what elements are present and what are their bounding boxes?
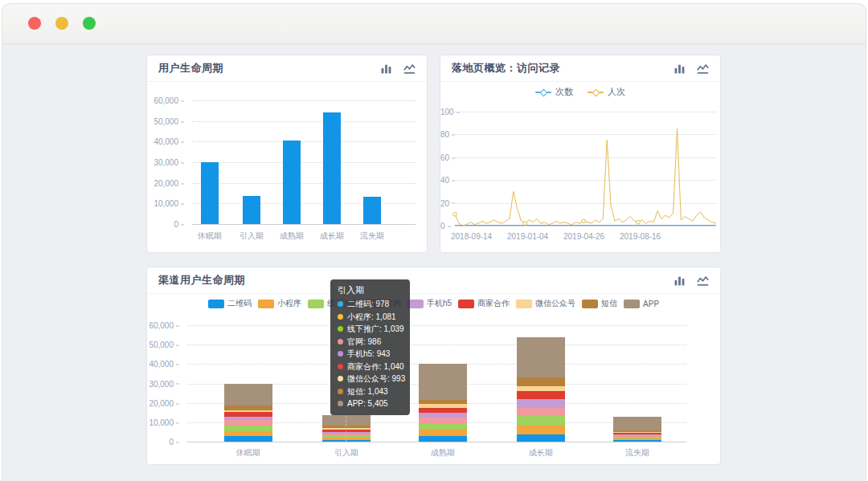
toolbox [674,275,709,287]
legend-chip [582,300,598,308]
stack-segment-APP[interactable] [517,337,565,378]
stack-segment-手机h5[interactable] [419,413,467,418]
stack-segment-商家合作[interactable] [224,412,272,417]
legend-label: 商家合作 [477,298,510,309]
line-chart-icon[interactable] [697,275,709,287]
stack-segment-商家合作[interactable] [613,433,661,434]
stack-segment-线下推广[interactable] [613,437,661,438]
stack-segment-线下推广[interactable] [224,426,272,431]
x-axis-label: 2019-01-04 [507,232,548,241]
stack-segment-官网[interactable] [613,435,661,437]
x-axis-line [192,224,416,225]
stack-segment-微信公众号[interactable] [419,404,467,407]
stack-segment-二维码[interactable] [322,440,371,442]
bar[interactable] [201,162,219,224]
minimize-button[interactable] [55,17,68,30]
stack-segment-手机h5[interactable] [224,417,272,420]
data-point-marker[interactable] [637,220,641,224]
bar[interactable] [243,196,260,224]
stack-segment-商家合作[interactable] [517,391,565,399]
bar-chart-icon[interactable] [674,275,686,287]
stack-segment-手机h5[interactable] [517,399,565,408]
stack-segment-APP[interactable] [613,417,661,431]
bar-chart-icon[interactable] [380,63,392,75]
stack-segment-小程序[interactable] [517,426,565,434]
line-chart-icon[interactable] [403,63,416,75]
stack-segment-短信[interactable] [224,406,272,410]
bar[interactable] [323,112,341,224]
card-header: 渠道用户生命周期 [147,267,720,294]
legend-chip [516,300,532,308]
legend-item-短信[interactable]: 短信 [582,298,617,309]
stack-segment-官网[interactable] [517,408,565,416]
stack-segment-商家合作[interactable] [322,430,371,432]
x-axis-label: 流失期 [360,230,384,242]
gridline [192,100,416,101]
data-point-marker[interactable] [453,213,457,217]
stack-segment-二维码[interactable] [419,436,467,442]
legend-item-线下推广[interactable]: 线下推广 [308,298,359,309]
stack-segment-短信[interactable] [517,377,565,386]
legend-item-商家合作[interactable]: 商家合作 [458,298,510,309]
x-axis-label: 引入期 [240,230,264,242]
stack-segment-官网[interactable] [224,420,272,426]
stack-segment-小程序[interactable] [613,438,661,439]
y-axis-tick-label: 60,000 [147,321,179,330]
stack-segment-短信[interactable] [322,426,371,428]
legend-item-手机h5[interactable]: 手机h5 [407,298,452,309]
stack-segment-微信公众号[interactable] [224,410,272,412]
y-axis-tick-label: 0 [147,220,184,229]
stack-segment-线下推广[interactable] [322,436,371,438]
legend-item-官网[interactable]: 官网 [366,298,401,309]
stack-segment-二维码[interactable] [517,434,565,442]
zoom-button[interactable] [83,17,96,30]
bar-chart: 60,00050,00040,00030,00020,00010,0000休眠期… [147,83,427,252]
stack-segment-小程序[interactable] [419,430,467,436]
line-chart-icon[interactable] [697,63,709,75]
gridline [192,121,416,122]
card-title: 渠道用户生命周期 [158,273,674,287]
close-button[interactable] [28,17,41,30]
x-axis-label: 成熟期 [280,230,304,242]
bar[interactable] [363,197,381,224]
stack-segment-微信公众号[interactable] [613,432,661,433]
legend-label: APP [643,300,659,308]
legend-chip [208,300,224,308]
stack-segment-二维码[interactable] [613,440,661,442]
bar-chart-icon[interactable] [674,63,686,75]
stack-segment-小程序[interactable] [224,431,272,436]
legend-item-二维码[interactable]: 二维码 [208,298,252,309]
y-axis-tick-label: 50,000 [147,116,184,125]
stack-segment-短信[interactable] [613,430,661,431]
legend-label: 二维码 [227,298,252,309]
bar[interactable] [283,141,301,224]
stack-segment-官网[interactable] [419,418,467,423]
tooltip-axis-pointer [346,405,346,442]
stack-segment-二维码[interactable] [224,436,272,442]
legend-chip [624,300,640,308]
stack-segment-手机h5[interactable] [322,432,371,434]
titlebar [2,4,866,44]
stack-segment-小程序[interactable] [322,438,371,440]
legend-item-微信公众号[interactable]: 微信公众号 [516,298,575,309]
x-axis-label: 流失期 [625,447,649,459]
stack-segment-手机h5[interactable] [613,434,661,435]
stack-segment-微信公众号[interactable] [322,428,371,430]
stack-segment-商家合作[interactable] [419,408,467,413]
stack-segment-APP[interactable] [419,364,467,400]
line-series-人次[interactable] [455,128,716,226]
stack-segment-线下推广[interactable] [517,416,565,426]
stack-segment-APP[interactable] [224,384,272,406]
stack-segment-线下推广[interactable] [419,423,467,430]
legend-item-APP[interactable]: APP [624,300,659,308]
y-axis-tick-label: 10,000 [147,418,179,426]
data-point-marker[interactable] [523,222,527,226]
stack-segment-APP[interactable] [322,415,371,426]
data-point-marker[interactable] [582,219,586,223]
stack-segment-官网[interactable] [322,434,371,435]
stack-segment-短信[interactable] [419,400,467,404]
x-axis-label: 成长期 [529,447,553,459]
stack-segment-微信公众号[interactable] [517,386,565,391]
legend-item-小程序[interactable]: 小程序 [258,298,301,309]
window-controls [28,17,96,30]
